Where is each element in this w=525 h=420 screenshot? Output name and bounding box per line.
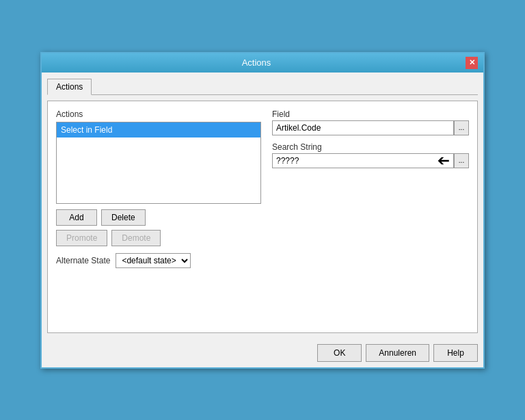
alternate-state-label: Alternate State — [56, 256, 110, 265]
field-row: Field ... — [272, 109, 469, 135]
field-input[interactable] — [272, 120, 454, 135]
add-button[interactable]: Add — [56, 209, 97, 226]
content-area: Actions Actions Select in Field Add Dele… — [42, 73, 483, 339]
actions-window: Actions ✕ Actions Actions Select in Fiel… — [40, 52, 485, 369]
delete-button[interactable]: Delete — [101, 209, 146, 226]
action-buttons-row: Add Delete — [56, 209, 261, 226]
search-string-row: Search String ➔ ... — [272, 142, 469, 168]
right-panel: Field ... Search String ➔ ... — [272, 109, 469, 324]
alternate-state-row: Alternate State <default state> — [56, 253, 261, 268]
cancel-button[interactable]: Annuleren — [366, 344, 429, 362]
search-string-label: Search String — [272, 142, 469, 152]
window-title: Actions — [47, 57, 466, 68]
search-string-input[interactable] — [272, 153, 454, 168]
promote-button[interactable]: Promote — [56, 230, 107, 246]
actions-list[interactable]: Select in Field — [56, 122, 261, 204]
actions-label: Actions — [56, 109, 261, 119]
alternate-state-select[interactable]: <default state> — [116, 253, 191, 268]
close-button[interactable]: ✕ — [466, 57, 478, 69]
tab-bar: Actions — [47, 78, 478, 95]
footer: OK Annuleren Help — [42, 339, 483, 367]
search-browse-button[interactable]: ... — [454, 153, 469, 168]
ok-button[interactable]: OK — [317, 344, 362, 362]
tab-actions[interactable]: Actions — [47, 79, 92, 95]
field-label: Field — [272, 109, 469, 119]
demote-button[interactable]: Demote — [111, 230, 161, 246]
main-panel: Actions Select in Field Add Delete Promo… — [47, 101, 478, 333]
field-browse-button[interactable]: ... — [454, 120, 469, 135]
search-input-container: ➔ ... — [272, 153, 469, 168]
left-panel: Actions Select in Field Add Delete Promo… — [56, 109, 261, 324]
help-button[interactable]: Help — [433, 344, 478, 362]
promote-demote-row: Promote Demote — [56, 230, 261, 246]
title-bar: Actions ✕ — [42, 53, 483, 73]
list-item[interactable]: Select in Field — [57, 122, 260, 137]
field-input-row: ... — [272, 120, 469, 135]
